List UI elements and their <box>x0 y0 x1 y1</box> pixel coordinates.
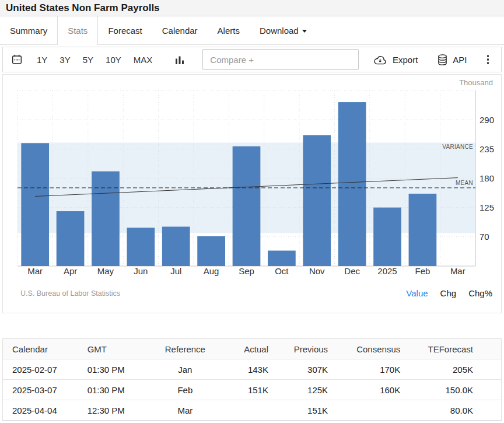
chart-bar[interactable] <box>268 251 296 266</box>
database-icon <box>438 54 447 65</box>
export-button[interactable]: Export <box>373 55 418 65</box>
column-header-consensus: Consensus <box>328 339 400 359</box>
tab-bar: SummaryStatsForecastCalendarAlertsDownlo… <box>0 16 504 45</box>
table-cell: 2025-04-04 <box>3 400 88 421</box>
x-axis-label: Mar <box>27 266 43 276</box>
chevron-down-icon <box>302 30 307 33</box>
table-cell: 307K <box>268 359 328 380</box>
chart-bar[interactable] <box>338 102 366 266</box>
compare-input[interactable] <box>202 49 359 70</box>
chart-bar[interactable] <box>92 172 120 266</box>
kebab-menu-icon[interactable] <box>487 55 489 64</box>
series-mode-links: ValueChgChg% <box>406 288 492 298</box>
column-header-teforecast: TEForecast <box>400 339 501 359</box>
table-cell: 205K <box>400 359 501 380</box>
table-cell: 125K <box>268 380 328 400</box>
tab-download[interactable]: Download <box>250 16 317 45</box>
range-button-3y[interactable]: 3Y <box>60 55 70 65</box>
x-axis-label: Mar <box>450 266 466 276</box>
table-cell <box>216 400 268 421</box>
tab-alerts[interactable]: Alerts <box>208 16 250 45</box>
chart-bar[interactable] <box>233 146 261 266</box>
mean-label: MEAN <box>456 180 473 186</box>
chart-bar[interactable] <box>373 208 401 266</box>
range-button-10y[interactable]: 10Y <box>106 55 121 65</box>
api-button[interactable]: API <box>438 54 467 65</box>
chart-bar[interactable] <box>162 227 190 266</box>
x-axis-label: Dec <box>344 266 360 276</box>
table-cell: 01:30 PM <box>88 380 155 400</box>
source-attribution: U.S. Bureau of Labor Statistics <box>20 289 120 298</box>
table-cell: 12:30 PM <box>88 400 155 421</box>
table-header-row: CalendarGMTReferenceActualPreviousConsen… <box>3 339 502 359</box>
range-selector: 1Y3Y5Y10YMAX <box>37 55 164 65</box>
y-tick-label: 290 <box>480 115 494 125</box>
x-axis-label: Aug <box>204 266 219 276</box>
payrolls-chart: 70125180235290MarAprMayJunJulAugSepOctNo… <box>3 75 501 311</box>
chart-bar[interactable] <box>127 228 155 266</box>
tab-stats[interactable]: Stats <box>57 16 98 45</box>
table-cell: 160K <box>328 380 400 400</box>
table-cell: 01:30 PM <box>88 359 155 380</box>
chart-toolbar: 1Y3Y5Y10YMAX Export API <box>2 47 502 72</box>
tab-summary[interactable]: Summary <box>0 16 57 45</box>
title-bar: United States Non Farm Payrolls <box>0 0 504 16</box>
calendar-events-table: CalendarGMTReferenceActualPreviousConsen… <box>2 338 502 421</box>
chart-bar[interactable] <box>409 194 437 266</box>
table-cell: 151K <box>216 380 268 400</box>
x-axis-label: Jun <box>134 266 148 276</box>
x-axis-label: 2025 <box>377 266 397 276</box>
range-button-5y[interactable]: 5Y <box>83 55 93 65</box>
api-label: API <box>453 55 467 65</box>
x-axis-label: Sep <box>239 266 254 276</box>
column-header-previous: Previous <box>268 339 328 359</box>
x-axis-label: Feb <box>415 266 430 276</box>
cloud-download-icon <box>373 55 387 65</box>
export-label: Export <box>393 55 418 65</box>
chart-bar[interactable] <box>197 236 225 266</box>
table-cell: 151K <box>268 400 328 421</box>
y-tick-label: 125 <box>480 202 494 212</box>
bar-chart-icon[interactable] <box>176 55 184 65</box>
column-header-reference: Reference <box>155 339 216 359</box>
table-cell: Feb <box>155 380 216 400</box>
chart-bar[interactable] <box>57 211 85 266</box>
x-axis-label: Apr <box>64 266 77 276</box>
tab-forecast[interactable]: Forecast <box>98 16 152 45</box>
page-title: United States Non Farm Payrolls <box>6 2 160 14</box>
table-cell: 2025-03-07 <box>3 380 88 400</box>
axis-unit-label: Thousand <box>459 78 493 87</box>
range-button-max[interactable]: MAX <box>134 55 153 65</box>
column-header-actual: Actual <box>216 339 268 359</box>
table-cell: 150.0K <box>400 380 501 400</box>
x-axis-label: Oct <box>275 266 289 276</box>
table-cell: 143K <box>216 359 268 380</box>
y-tick-label: 180 <box>480 173 494 183</box>
series-link-chgpct[interactable]: Chg% <box>468 288 492 298</box>
chart-panel: 70125180235290MarAprMayJunJulAugSepOctNo… <box>2 74 502 313</box>
tab-calendar[interactable]: Calendar <box>152 16 208 45</box>
table-row[interactable]: 2025-03-0701:30 PMFeb151K125K160K150.0K <box>3 380 502 400</box>
x-axis-label: May <box>97 266 114 276</box>
table-cell <box>328 400 400 421</box>
series-link-chg[interactable]: Chg <box>440 288 457 298</box>
y-tick-label: 70 <box>480 232 489 242</box>
y-tick-label: 235 <box>480 144 494 154</box>
variance-label: VARIANCE <box>442 144 473 150</box>
x-axis-label: Jul <box>170 266 181 276</box>
table-row[interactable]: 2025-02-0701:30 PMJan143K307K170K205K <box>3 359 502 380</box>
column-header-gmt: GMT <box>88 339 155 359</box>
chart-bar[interactable] <box>21 143 49 266</box>
x-axis-label: Nov <box>309 266 325 276</box>
table-row[interactable]: 2025-04-0412:30 PMMar151K80.0K <box>3 400 502 421</box>
table-cell: Mar <box>155 400 216 421</box>
table-cell: 80.0K <box>400 400 501 421</box>
calendar-icon[interactable] <box>12 54 22 65</box>
table-cell: 2025-02-07 <box>3 359 88 380</box>
column-header-calendar: Calendar <box>3 339 88 359</box>
range-button-1y[interactable]: 1Y <box>37 55 47 65</box>
table-cell: Jan <box>155 359 216 380</box>
series-link-value[interactable]: Value <box>406 288 428 298</box>
chart-bar[interactable] <box>303 135 331 266</box>
table-cell: 170K <box>328 359 400 380</box>
